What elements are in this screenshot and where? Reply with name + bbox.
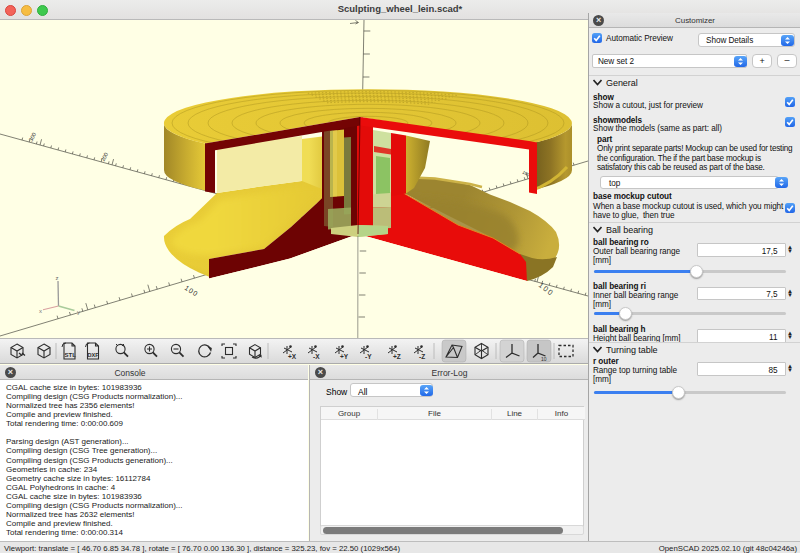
- svg-text:10: 10: [541, 356, 547, 362]
- svg-text:100: 100: [183, 284, 199, 298]
- svg-text:+X: +X: [288, 353, 297, 360]
- svg-text:-Y: -Y: [365, 353, 372, 360]
- svg-text:300: 300: [28, 132, 38, 143]
- svg-text:x: x: [39, 308, 42, 314]
- svg-text:200: 200: [100, 151, 110, 162]
- svg-text:STL: STL: [65, 352, 77, 358]
- svg-text:+Z: +Z: [393, 353, 401, 360]
- svg-text:DXF: DXF: [88, 352, 100, 358]
- svg-text:-X: -X: [313, 353, 320, 360]
- svg-text:+Y: +Y: [340, 353, 349, 360]
- svg-text:y: y: [77, 309, 80, 315]
- svg-text:z: z: [56, 275, 59, 281]
- svg-text:100: 100: [537, 280, 556, 298]
- svg-text:-Z: -Z: [419, 353, 425, 360]
